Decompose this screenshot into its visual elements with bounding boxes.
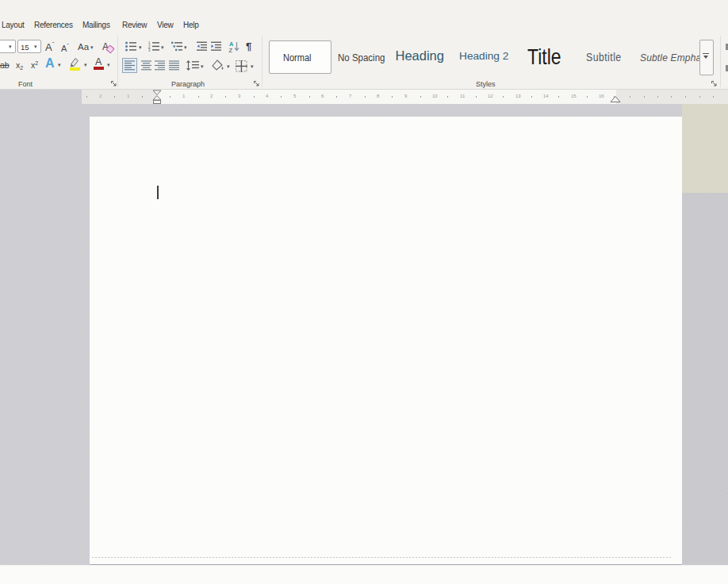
svg-text:3: 3 bbox=[148, 48, 151, 52]
svg-text:Z: Z bbox=[229, 47, 233, 53]
